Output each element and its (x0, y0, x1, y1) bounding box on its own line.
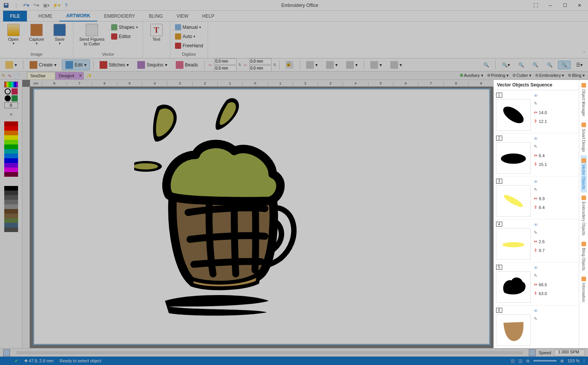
visibility-icon[interactable]: 👁 (534, 136, 576, 141)
mode-embroidery[interactable]: Embroidery ▾ (535, 73, 564, 78)
palette-swatch[interactable] (4, 209, 18, 214)
lock-icon[interactable]: 🔒 (283, 60, 296, 70)
mode-bling[interactable]: Bling ▾ (568, 73, 585, 78)
maximize-button[interactable]: ☐ (558, 1, 572, 10)
group-icon[interactable]: ▾ (367, 60, 385, 70)
beads-button[interactable]: Beads (173, 60, 201, 70)
status-view2-icon[interactable]: ◫ (518, 358, 522, 363)
visibility-icon[interactable]: 👁 (534, 309, 576, 313)
palette-swatch[interactable] (4, 223, 18, 227)
sidetab-smart-design[interactable]: Smart Design (581, 119, 587, 155)
zoom-in-icon[interactable]: ⊕ (560, 358, 564, 363)
object-item[interactable]: 1👁✎⇔ 14.0⇕ 12.1 (494, 90, 579, 133)
pencil-icon[interactable]: ✎ (534, 187, 576, 192)
palette-swatch[interactable] (4, 214, 18, 218)
object-list[interactable]: 1👁✎⇔ 14.0⇕ 12.12👁✎⇔ 6.4⇕ 15.13👁✎⇔ 9.9⇕ 8… (494, 90, 579, 348)
height2-input[interactable] (249, 65, 272, 71)
zoom-sel-icon[interactable]: 🔍 (515, 61, 527, 69)
palette-swatch[interactable] (4, 140, 18, 144)
palette-swatch[interactable] (4, 149, 18, 154)
shapes-button[interactable]: Shapes▾ (110, 23, 140, 32)
palette-swatch[interactable] (4, 195, 18, 200)
stroke-swatch-icon[interactable] (5, 88, 11, 95)
capture-button[interactable]: Capture▾ (26, 23, 47, 48)
palette-swatch[interactable] (4, 144, 18, 149)
visibility-icon[interactable]: 👁 (534, 179, 576, 184)
text-button[interactable]: TText (146, 23, 167, 48)
close-button[interactable]: ✕ (573, 1, 586, 10)
zoom-tool-icon[interactable]: 🔍 (480, 61, 492, 69)
layer-icon[interactable]: ▾ (343, 60, 361, 70)
edit-button[interactable]: Edit▾ (62, 60, 90, 70)
sequins-button[interactable]: Sequins▾ (134, 60, 170, 70)
tab-home[interactable]: HOME (32, 11, 59, 22)
tab-embroidery[interactable]: EMBROIDERY (97, 11, 142, 22)
manual-button[interactable]: Manual▾ (173, 23, 205, 32)
layer-b-button[interactable]: B (4, 102, 18, 108)
object-item[interactable]: 6👁✎ (494, 305, 579, 348)
pencil-icon[interactable]: ✎ (534, 230, 576, 235)
sidetab-bling-objects[interactable]: Bling Objects (581, 239, 587, 274)
freehand-button[interactable]: FreeHand (173, 41, 205, 50)
qa-help-icon[interactable]: ? (62, 1, 71, 10)
zoom-fit-icon[interactable]: 🔍▾ (499, 61, 513, 69)
speed-value[interactable]: 1.000 SPM (554, 349, 585, 356)
pencil-icon[interactable]: ✎ (534, 101, 576, 106)
save-image-button[interactable]: Save▾ (49, 23, 70, 48)
object-item[interactable]: 3👁✎⇔ 9.9⇕ 8.4 (494, 176, 579, 219)
minimize-button[interactable]: ─ (543, 1, 557, 10)
palette-swatch[interactable] (4, 121, 18, 126)
zoom-all-icon[interactable]: 🔍 (544, 61, 556, 69)
palette-swatch[interactable] (4, 227, 18, 232)
mode-cutter[interactable]: Cutter ▾ (513, 73, 531, 78)
status-view1-icon[interactable]: ◫ (511, 358, 515, 363)
palette-swatch[interactable] (4, 158, 18, 163)
palette-swatch[interactable] (4, 218, 18, 223)
sidetab-object-manager[interactable]: Object Manager (581, 80, 587, 119)
tool-new-icon[interactable]: ▾ (2, 60, 20, 70)
doctab-design4[interactable]: Design4✕ (55, 72, 84, 80)
visibility-icon[interactable]: 👁 (534, 222, 576, 227)
zoom-page-icon[interactable]: 🔍 (530, 61, 541, 69)
pencil-icon[interactable]: ✎ (534, 144, 576, 149)
list-icon[interactable]: ☰▾ (573, 61, 586, 69)
palette-swatch[interactable] (4, 168, 18, 172)
pointer-tool-icon[interactable]: ✎ (2, 73, 5, 78)
palette-swatch[interactable] (4, 154, 18, 158)
send-to-cutter-button[interactable]: Send Figures to Cutter (77, 23, 107, 48)
palette-swatch[interactable] (4, 204, 18, 209)
arrange-icon[interactable]: ▾ (323, 60, 341, 70)
focus-mode-icon[interactable]: ⛶ (529, 1, 543, 10)
design-canvas[interactable] (33, 88, 490, 345)
zoom-slider[interactable] (533, 360, 556, 362)
editor-button[interactable]: Editor (110, 32, 140, 41)
sidetab-information[interactable]: Information (581, 274, 587, 305)
palette-swatch[interactable] (4, 200, 18, 204)
palette-swatch[interactable] (4, 191, 18, 195)
note-tool-icon[interactable]: 📄 (14, 73, 20, 78)
tab-bling[interactable]: BLING (142, 11, 170, 22)
fill-swatch-1[interactable] (12, 88, 18, 95)
palette-swatch[interactable] (4, 131, 18, 135)
new-doc-icon[interactable]: ✨ (86, 73, 92, 78)
sim-start-icon[interactable] (3, 349, 10, 356)
palette-swatch[interactable] (4, 172, 18, 177)
visibility-icon[interactable]: 👁 (534, 265, 576, 270)
qa-open-icon[interactable]: ▣▾ (42, 1, 51, 10)
mode-auxiliary[interactable]: Auxiliary ▾ (460, 73, 483, 78)
fill-swatch-2[interactable] (12, 95, 18, 101)
height1-input[interactable] (214, 65, 237, 71)
visibility-icon[interactable]: 👁 (534, 93, 576, 98)
doctab-seastar[interactable]: SeaStar (27, 72, 55, 80)
curve-tool-icon[interactable]: ∿ (8, 73, 12, 78)
fill-circle-icon[interactable] (5, 95, 11, 101)
speed-slider[interactable] (16, 351, 523, 354)
status-user-icon[interactable]: 👤 (3, 358, 8, 363)
pencil-icon[interactable]: ✎ (534, 273, 576, 278)
mode-printing[interactable]: Printing ▾ (487, 73, 509, 78)
close-tab-icon[interactable]: ✕ (79, 73, 82, 78)
spectrum-icon[interactable] (4, 81, 18, 88)
qa-macro-icon[interactable]: ⚡▾ (52, 1, 61, 10)
palette-swatch[interactable] (4, 163, 18, 168)
collapse-ribbon-icon[interactable]: ˄ (580, 22, 588, 58)
